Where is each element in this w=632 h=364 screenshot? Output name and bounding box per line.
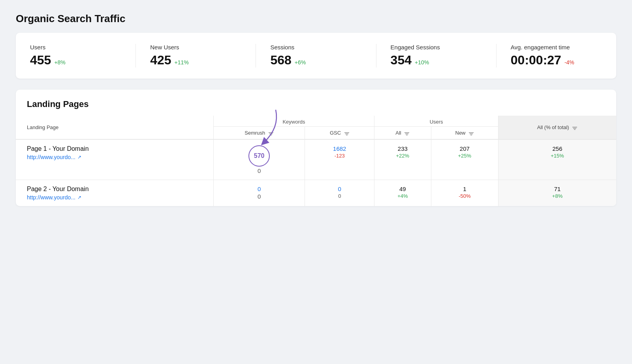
filter-icon-gsc[interactable]: [344, 131, 350, 135]
row1-semrush: 570 0: [213, 139, 305, 180]
row1-gsc-sub: -123: [310, 153, 369, 159]
row2-new: 1 -50%: [431, 180, 498, 206]
stat-engagement-label: Avg. engagement time: [511, 44, 602, 51]
filter-icon-new[interactable]: [468, 131, 474, 135]
col-semrush-header: Semrush: [213, 127, 305, 140]
stat-engagement-change: -4%: [564, 59, 574, 66]
row1-landing: Page 1 - Your Domain http://www.yourdo..…: [16, 139, 213, 180]
row2-new-main: 1: [436, 186, 494, 192]
row1-new: 207 +25%: [431, 139, 498, 180]
stat-engaged-change: +10%: [415, 59, 429, 66]
row1-page-url[interactable]: http://www.yourdo... ↗: [27, 154, 202, 160]
row1-gsc-main: 1682: [310, 145, 369, 152]
stat-users-change: +8%: [54, 59, 65, 66]
page-title: Organic Search Traffic: [16, 13, 616, 25]
row1-semrush-circled: 570: [248, 145, 270, 167]
stat-sessions-change: +6%: [295, 59, 306, 66]
stat-engagement-time: Avg. engagement time 00:00:27 -4%: [497, 44, 616, 68]
row2-semrush: 0 0: [213, 180, 305, 206]
row2-semrush-main: 0: [218, 186, 300, 192]
col-all-users-header: All: [374, 127, 431, 140]
row2-semrush-sub: 0: [218, 193, 300, 200]
stat-new-users-label: New Users: [150, 44, 241, 51]
stat-sessions-value: 568: [270, 53, 291, 68]
external-link-icon-2: ↗: [77, 195, 81, 200]
stat-sessions: Sessions 568 +6%: [256, 44, 376, 68]
row2-gsc-main: 0: [310, 186, 369, 192]
stat-users-label: Users: [30, 44, 121, 51]
col-all-pct-header: All (% of total): [498, 116, 616, 139]
row1-new-sub: +25%: [436, 153, 494, 159]
filter-icon-all-pct[interactable]: [572, 126, 577, 129]
stat-new-users-value: 425: [150, 53, 171, 68]
landing-pages-table: Landing Page Keywords Users All (% of to…: [16, 116, 616, 206]
row2-landing: Page 2 - Your Domain http://www.yourdo..…: [16, 180, 213, 206]
row1-all: 233 +22%: [374, 139, 431, 180]
filter-icon-all[interactable]: [404, 131, 410, 135]
stat-new-users-change: +11%: [175, 59, 189, 66]
col-keywords-header: Keywords: [213, 116, 374, 127]
landing-pages-title: Landing Pages: [16, 90, 616, 116]
row2-new-sub: -50%: [436, 193, 494, 199]
stats-card: Users 455 +8% New Users 425 +11% Session…: [16, 33, 616, 79]
col-new-users-header: New: [431, 127, 498, 140]
stat-engaged-label: Engaged Sessions: [391, 44, 482, 51]
row2-pct-main: 71: [503, 186, 611, 192]
row2-pct: 71 +8%: [498, 180, 616, 206]
col-users-header: Users: [374, 116, 498, 127]
row2-all-sub: +4%: [379, 193, 426, 199]
row2-page-url[interactable]: http://www.yourdo... ↗: [27, 194, 202, 201]
row2-pct-sub: +8%: [503, 193, 611, 199]
stat-engaged-sessions: Engaged Sessions 354 +10%: [376, 44, 497, 68]
row2-gsc: 0 0: [305, 180, 374, 206]
row2-all: 49 +4%: [374, 180, 431, 206]
landing-pages-card: Landing Pages Landing Page Keywords User…: [16, 90, 616, 206]
row1-pct-sub: +15%: [503, 153, 611, 159]
row1-semrush-sub: 0: [218, 167, 300, 174]
table-row: Page 1 - Your Domain http://www.yourdo..…: [16, 139, 616, 180]
filter-icon-semrush[interactable]: [268, 131, 274, 135]
row1-pct-main: 256: [503, 145, 611, 152]
stat-new-users: New Users 425 +11%: [136, 44, 256, 68]
stat-engaged-value: 354: [391, 53, 412, 68]
stat-users: Users 455 +8%: [16, 44, 136, 68]
col-gsc-header: GSC: [305, 127, 374, 140]
row2-page-name: Page 2 - Your Domain: [27, 186, 202, 193]
row1-new-main: 207: [436, 145, 494, 152]
stat-engagement-value: 00:00:27: [511, 53, 561, 68]
row1-all-sub: +22%: [379, 153, 426, 159]
row1-pct: 256 +15%: [498, 139, 616, 180]
col-landing-page-header: Landing Page: [16, 116, 213, 139]
stat-sessions-label: Sessions: [270, 44, 361, 51]
external-link-icon: ↗: [77, 154, 81, 160]
row1-all-main: 233: [379, 145, 426, 152]
row1-gsc: 1682 -123: [305, 139, 374, 180]
table-row: Page 2 - Your Domain http://www.yourdo..…: [16, 180, 616, 206]
row2-gsc-sub: 0: [310, 193, 369, 199]
row2-all-main: 49: [379, 186, 426, 192]
stat-users-value: 455: [30, 53, 51, 68]
row1-page-name: Page 1 - Your Domain: [27, 145, 202, 152]
